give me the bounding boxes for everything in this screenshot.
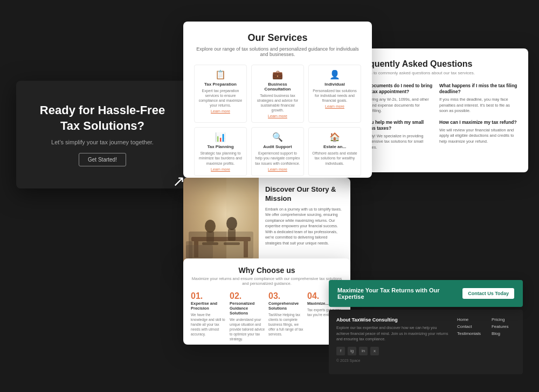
services-grid: 📋 Tax Preparation Expert tax preparation… <box>194 65 361 176</box>
footer-card: About TaxWise Consulting Explore our tax… <box>329 310 523 374</box>
faq-item-1: What happens if I miss the tax filing de… <box>439 83 517 114</box>
footer-copyright: © 2023 Space <box>336 359 448 362</box>
svg-rect-3 <box>244 241 248 257</box>
service-item-tax-prep: 📋 Tax Preparation Expert tax preparation… <box>194 65 247 123</box>
why-subtitle-2: Comprehensive Solutions <box>268 301 304 311</box>
biz-consult-link[interactable]: Learn more <box>255 114 300 118</box>
svg-rect-1 <box>191 237 251 241</box>
faq-answer-1: If you miss the deadline, you may face p… <box>439 97 517 114</box>
why-num-1: 02. <box>230 291 265 301</box>
footer-nav-contact[interactable]: Contact <box>457 324 481 329</box>
social-linkedin[interactable]: in <box>359 347 368 355</box>
audit-link[interactable]: Learn more <box>255 167 300 171</box>
social-facebook[interactable]: f <box>336 347 345 355</box>
why-subtitle: Maximize your returns and ensure complia… <box>191 276 343 286</box>
faq-card: Frequently Asked Questions Answers to co… <box>345 48 528 172</box>
svg-rect-8 <box>202 242 218 245</box>
faq-answer-3: We will review your financial situation … <box>439 128 517 145</box>
service-item-biz-consult: 💼 Business Consultation Tailored busines… <box>251 65 304 123</box>
footer-social: f ig in x <box>336 347 448 355</box>
hero-panel: Ready for Hassle-Free Tax Solutions? Let… <box>16 81 189 188</box>
tax-prep-icon: 📋 <box>198 69 243 80</box>
service-name-estate: Estate an... <box>312 144 357 149</box>
service-desc-audit: Experienced support to help you navigate… <box>255 151 300 165</box>
service-desc-individual: Personalized tax solutions for individua… <box>312 88 357 103</box>
individual-icon: 👤 <box>312 69 357 80</box>
why-desc-1: We understand your unique situation and … <box>230 317 265 341</box>
biz-consult-icon: 💼 <box>255 69 300 80</box>
service-name-individual: Individual <box>312 82 357 87</box>
footer-brand: About TaxWise Consulting <box>336 317 448 323</box>
service-item-estate: 🏠 Estate an... Offshore assets and estat… <box>308 127 361 176</box>
why-col-0: 01. Expertise and Precision We have the … <box>191 291 226 341</box>
individual-link[interactable]: Learn more <box>312 104 357 108</box>
faq-question-1: What happens if I miss the tax filing de… <box>439 83 517 95</box>
faq-question-3: How can I maximize my tax refund? <box>439 120 517 125</box>
svg-point-6 <box>226 217 237 230</box>
get-started-button[interactable]: Get Started! <box>79 153 126 166</box>
footer-nav-pricing[interactable]: Pricing <box>492 317 515 322</box>
footer-nav-blog[interactable]: Blog <box>492 331 515 336</box>
svg-rect-5 <box>206 232 214 242</box>
why-num-0: 01. <box>191 291 226 301</box>
why-subtitle-1: Personalized Guidance Solutions <box>230 301 265 316</box>
contact-us-button[interactable]: Contact Us Today <box>462 288 514 299</box>
svg-rect-9 <box>224 242 240 245</box>
service-item-individual: 👤 Individual Personalized tax solutions … <box>308 65 361 123</box>
why-subtitle-0: Expertise and Precision <box>191 301 226 311</box>
svg-point-4 <box>205 220 216 233</box>
story-card: Discover Our Story & Mission Embark on a… <box>183 178 350 269</box>
why-desc-0: We have the knowledge and skill to handl… <box>191 312 226 337</box>
social-instagram[interactable]: ig <box>348 347 356 355</box>
estate-icon: 🏠 <box>312 132 357 142</box>
why-col-1: 02. Personalized Guidance Solutions We u… <box>230 291 265 341</box>
service-name-tax-prep: Tax Preparation <box>198 82 243 87</box>
story-image <box>183 178 259 269</box>
story-title: Discover Our Story & Mission <box>265 185 344 204</box>
why-title: Why Choose us <box>191 266 343 275</box>
services-subtitle: Explore our range of tax solutions and p… <box>194 46 361 57</box>
why-num-2: 03. <box>268 291 304 301</box>
tax-planning-icon: 📊 <box>198 132 243 142</box>
footer-nav: Home Pricing Contact Features Testimonia… <box>457 317 515 367</box>
tax-planning-link[interactable]: Learn more <box>198 167 243 171</box>
service-name-biz-consult: Business Consultation <box>255 82 300 92</box>
service-desc-biz-consult: Tailored business tax strategies and adv… <box>255 93 300 113</box>
footer-nav-testimonials[interactable]: Testimonials <box>457 331 481 336</box>
service-name-audit: Audit Support <box>255 144 300 149</box>
why-col-2: 03. Comprehensive Solutions TaxWise Help… <box>268 291 304 341</box>
cta-text: Maximize Your Tax Returns with Our Exper… <box>337 287 462 300</box>
why-card: Why Choose us Maximize your returns and … <box>183 258 350 345</box>
footer-left: About TaxWise Consulting Explore our tax… <box>336 317 448 367</box>
service-name-tax-planning: Tax Planning <box>198 144 243 149</box>
svg-rect-11 <box>186 241 192 258</box>
cursor-icon: ↗ <box>172 172 185 190</box>
footer-nav-home[interactable]: Home <box>457 317 481 322</box>
service-desc-estate: Offshore assets and estate tax solutions… <box>312 151 357 165</box>
service-desc-tax-planning: Strategic tax planning to minimize tax b… <box>198 151 243 165</box>
story-content: Discover Our Story & Mission Embark on a… <box>259 178 350 269</box>
faq-subtitle: Answers to commonly asked questions abou… <box>356 71 517 75</box>
audit-icon: 🔍 <box>255 132 300 142</box>
faq-title: Frequently Asked Questions <box>356 59 517 69</box>
story-text: Embark on a journey with us to simplify … <box>265 207 344 247</box>
svg-rect-7 <box>228 229 236 241</box>
hero-headline: Ready for Hassle-Free Tax Solutions? <box>32 103 172 134</box>
services-card: Our Services Explore our range of tax so… <box>183 22 372 178</box>
service-desc-tax-prep: Expert tax preparation services to ensur… <box>198 88 243 108</box>
why-desc-2: TaxWise Helping tax clients to complete … <box>268 312 304 337</box>
hero-subtext: Let's simplify your tax journey together… <box>51 139 154 145</box>
faq-item-3: How can I maximize my tax refund? We wil… <box>439 120 517 151</box>
social-twitter[interactable]: x <box>370 347 379 355</box>
cta-banner: Maximize Your Tax Returns with Our Exper… <box>329 280 523 307</box>
story-image-inner <box>183 178 259 269</box>
service-item-tax-planning: 📊 Tax Planning Strategic tax planning to… <box>194 127 247 176</box>
footer-nav-features[interactable]: Features <box>492 324 515 329</box>
why-cols: 01. Expertise and Precision We have the … <box>191 291 343 341</box>
services-title: Our Services <box>194 32 361 44</box>
service-item-audit: 🔍 Audit Support Experienced support to h… <box>251 127 304 176</box>
faq-grid: What documents do I need to bring for my… <box>356 83 517 150</box>
footer-desc: Explore our tax expertise and discover h… <box>336 325 448 342</box>
tax-prep-link[interactable]: Learn more <box>198 109 243 113</box>
